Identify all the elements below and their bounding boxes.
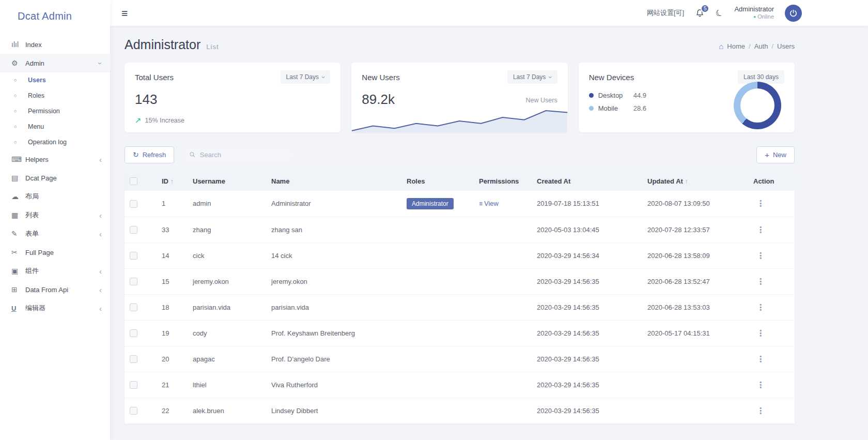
cell-action: ⋮: [748, 268, 795, 294]
notifications-button[interactable]: 5: [695, 8, 705, 18]
breadcrumb-auth[interactable]: Auth: [754, 42, 768, 50]
notification-badge: 5: [701, 4, 709, 13]
sidebar-item-menu[interactable]: ○Menu: [0, 119, 110, 134]
sidebar-item-编辑器[interactable]: U编辑器‹: [0, 299, 110, 317]
cell-created-at: 2019-07-18 15:13:51: [532, 191, 642, 217]
sidebar-item-label: Admin: [25, 59, 99, 67]
cell-roles: [401, 268, 474, 294]
row-actions-button[interactable]: ⋮: [753, 378, 768, 391]
row-actions-button[interactable]: ⋮: [753, 223, 768, 236]
new-label: New: [773, 151, 786, 159]
cell-action: ⋮: [748, 320, 795, 346]
permissions-view-link[interactable]: ≡View: [479, 200, 499, 207]
user-status-label: Online: [757, 13, 774, 20]
sidebar-item-布局[interactable]: ☁布局: [0, 187, 110, 206]
refresh-button[interactable]: ↻ Refresh: [125, 146, 174, 163]
sidebar-item-data-from-api[interactable]: ⊞Data From Api‹: [0, 280, 110, 299]
sidebar-item-label: Dcat Page: [25, 174, 102, 182]
cell-permissions: [474, 294, 532, 320]
row-actions-button[interactable]: ⋮: [753, 404, 768, 417]
row-checkbox[interactable]: [130, 355, 137, 363]
row-checkbox[interactable]: [130, 329, 137, 337]
row-checkbox[interactable]: [130, 278, 137, 285]
row-checkbox[interactable]: [130, 252, 137, 260]
row-actions-button[interactable]: ⋮: [753, 327, 768, 340]
sidebar-item-admin[interactable]: ⚙Admin›: [0, 54, 110, 72]
table-head-row: ID ↑UsernameNameRolesPermissionsCreated …: [125, 171, 795, 191]
sidebar-item-roles[interactable]: ○Roles: [0, 88, 110, 103]
new-devices-card: New Devices Last 30 days Desktop 44.9: [579, 63, 795, 132]
legend-label: Mobile: [598, 104, 633, 112]
cell-roles: [401, 398, 474, 423]
sidebar-item-operation-log[interactable]: ○Operation log: [0, 134, 110, 150]
select-all-checkbox[interactable]: [130, 177, 137, 185]
table-row: 15jeremy.okonjeremy.okon2020-03-29 14:56…: [125, 268, 795, 294]
column-header-username: Username: [188, 171, 266, 191]
cell-permissions: [474, 372, 532, 398]
scissors-icon: ✂: [11, 248, 25, 256]
sidebar-nav: ılılIndex⚙Admin›○Users○Roles○Permission○…: [0, 32, 110, 317]
page-content: Administrator List ⌂ Home / Auth / Users…: [110, 26, 868, 440]
sidebar-item-表单[interactable]: ✎表单‹: [0, 224, 110, 243]
user-avatar[interactable]: [785, 5, 802, 22]
menu-toggle-icon[interactable]: ≡: [121, 8, 128, 19]
search-box[interactable]: [182, 146, 295, 163]
sidebar-item-dcat-page[interactable]: ▤Dcat Page: [0, 169, 110, 187]
legend-label: Desktop: [598, 92, 633, 99]
cell-name: Lindsey Dibbert: [266, 398, 401, 423]
cell-action: ⋮: [748, 294, 795, 320]
new-users-chart: [351, 105, 567, 132]
row-actions-button[interactable]: ⋮: [753, 275, 768, 288]
home-icon: ⌂: [719, 42, 723, 51]
cell-select: [125, 268, 157, 294]
new-users-chart-label: New Users: [526, 97, 557, 104]
cell-select: [125, 346, 157, 372]
sidebar-item-label: 布局: [25, 192, 102, 201]
app-logo[interactable]: Dcat Admin: [0, 0, 110, 32]
breadcrumb-home[interactable]: Home: [727, 42, 745, 50]
cell-created-at: 2020-03-29 14:56:35: [532, 372, 642, 398]
row-checkbox[interactable]: [130, 226, 137, 234]
new-users-range-dropdown[interactable]: Last 7 Days ›: [507, 70, 557, 84]
table-row: 20apagacProf. D'angelo Dare2020-03-29 14…: [125, 346, 795, 372]
dark-mode-toggle-icon[interactable]: ☾: [714, 6, 725, 19]
cell-updated-at: 2020-08-07 13:09:50: [642, 191, 748, 217]
cell-select: [125, 398, 157, 423]
row-actions-button[interactable]: ⋮: [753, 249, 768, 262]
circle-icon: ○: [14, 109, 28, 114]
total-users-range-dropdown[interactable]: Last 7 Days ›: [281, 70, 331, 84]
row-checkbox[interactable]: [130, 200, 137, 208]
sidebar-item-index[interactable]: ılılIndex: [0, 35, 110, 54]
cell-updated-at: 2020-07-28 12:33:57: [642, 217, 748, 242]
cell-username: cick: [188, 242, 266, 268]
site-settings-link[interactable]: 网站设置[可]: [647, 8, 684, 18]
cell-action: ⋮: [748, 191, 795, 217]
card-title: New Devices: [589, 73, 634, 82]
sidebar-item-label: 编辑器: [25, 304, 99, 313]
sidebar-item-helpers[interactable]: ⌨Helpers‹: [0, 150, 110, 169]
legend-value: 28.6: [633, 104, 646, 112]
sidebar-item-列表[interactable]: ▦列表‹: [0, 206, 110, 224]
cell-roles: [401, 372, 474, 398]
card-title: New Users: [362, 73, 399, 82]
search-input[interactable]: [200, 151, 288, 159]
sidebar-item-组件[interactable]: ▣组件‹: [0, 262, 110, 280]
sidebar-item-permission[interactable]: ○Permission: [0, 103, 110, 119]
chevron-down-icon: ›: [97, 62, 104, 65]
column-header-id[interactable]: ID ↑: [157, 171, 188, 191]
cloud-icon: ☁: [11, 192, 25, 201]
column-header-updated-at[interactable]: Updated At ↑: [642, 171, 748, 191]
row-checkbox[interactable]: [130, 407, 137, 415]
table-row: 33zhangzhang san2020-05-03 13:04:452020-…: [125, 217, 795, 242]
user-info[interactable]: Administrator ● Online: [734, 5, 774, 21]
sidebar-item-users[interactable]: ○Users: [0, 72, 110, 88]
sidebar-item-full-page[interactable]: ✂Full Page: [0, 243, 110, 262]
row-actions-button[interactable]: ⋮: [753, 301, 768, 314]
table-body: 1adminAdministratorAdministrator≡View201…: [125, 191, 795, 423]
row-actions-button[interactable]: ⋮: [753, 197, 768, 210]
row-checkbox[interactable]: [130, 304, 137, 311]
row-checkbox[interactable]: [130, 381, 137, 389]
cell-updated-at: 2020-05-17 04:15:31: [642, 320, 748, 346]
row-actions-button[interactable]: ⋮: [753, 353, 768, 366]
new-button[interactable]: + New: [756, 146, 795, 163]
